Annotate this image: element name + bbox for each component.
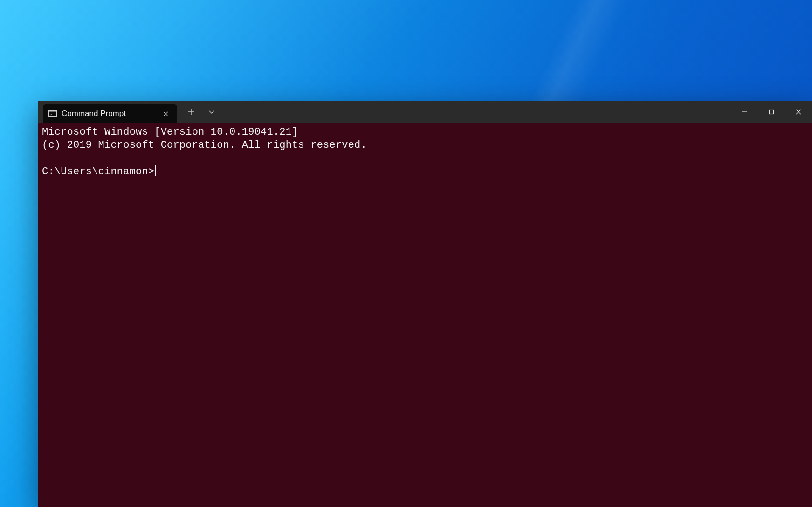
desktop-background: >_ Command Prompt	[0, 0, 812, 507]
command-prompt-icon: >_	[48, 110, 57, 117]
tab-title: Command Prompt	[62, 109, 156, 118]
terminal-window: >_ Command Prompt	[38, 101, 812, 507]
terminal-prompt: C:\Users\cinnamon>	[42, 166, 154, 178]
terminal-line: (c) 2019 Microsoft Corporation. All righ…	[42, 139, 367, 151]
text-cursor	[155, 165, 156, 176]
close-icon	[796, 109, 801, 115]
maximize-icon	[769, 109, 774, 115]
maximize-button[interactable]	[758, 101, 785, 123]
plus-icon	[188, 109, 194, 115]
tab-actions	[177, 101, 222, 123]
terminal-output[interactable]: Microsoft Windows [Version 10.0.19041.21…	[38, 123, 812, 507]
svg-rect-1	[49, 111, 57, 112]
minimize-button[interactable]	[731, 101, 758, 123]
minimize-icon	[742, 109, 747, 115]
tab-strip: >_ Command Prompt	[38, 101, 177, 123]
close-icon	[163, 111, 168, 116]
new-tab-button[interactable]	[181, 101, 201, 123]
svg-rect-8	[770, 110, 774, 114]
chevron-down-icon	[208, 109, 215, 115]
svg-text:>_: >_	[50, 113, 54, 116]
tab-command-prompt[interactable]: >_ Command Prompt	[43, 104, 177, 123]
tab-close-button[interactable]	[160, 109, 171, 119]
tab-dropdown-button[interactable]	[201, 101, 222, 123]
window-titlebar[interactable]: >_ Command Prompt	[38, 101, 812, 123]
window-controls	[731, 101, 812, 123]
titlebar-drag-region[interactable]	[222, 101, 731, 123]
close-window-button[interactable]	[785, 101, 812, 123]
terminal-line: Microsoft Windows [Version 10.0.19041.21…	[42, 126, 298, 138]
